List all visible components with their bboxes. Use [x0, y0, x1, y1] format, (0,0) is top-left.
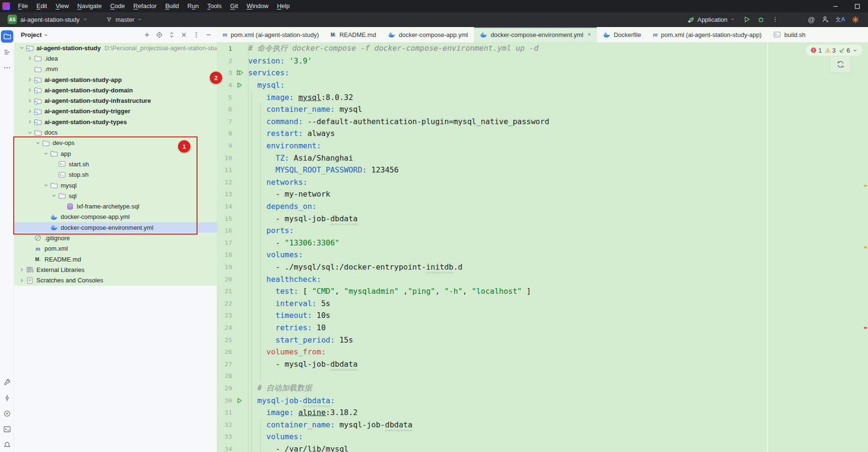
tab-build-sh[interactable]: build.sh: [768, 27, 812, 42]
tree-item-docker-compose-environment-yml[interactable]: docker-compose-environment.yml: [14, 222, 217, 233]
tree-item-stop-sh[interactable]: stop.sh: [14, 170, 217, 180]
menu-tools[interactable]: Tools: [203, 0, 226, 12]
run-service-icon[interactable]: [236, 81, 248, 89]
code-line-4[interactable]: 4 mysql:: [217, 79, 868, 91]
chevron-down-icon[interactable]: [34, 140, 42, 146]
menu-file[interactable]: File: [14, 0, 32, 12]
menu-view[interactable]: View: [51, 0, 73, 12]
translate-button[interactable]: 文A: [833, 13, 847, 26]
run-service-icon[interactable]: [236, 397, 248, 404]
locate-button[interactable]: [153, 29, 165, 41]
project-tool-button[interactable]: [1, 30, 13, 43]
code-line-32[interactable]: 32 container_name: mysql-job-dbdata: [217, 419, 868, 431]
code-line-34[interactable]: 34 - /var/lib/mysql: [217, 443, 868, 452]
tree-item-ai-agent-station-study-types[interactable]: ai-agent-station-study-types: [14, 117, 217, 127]
tab-readme-md[interactable]: M↓README.md: [325, 27, 383, 42]
chevron-down-icon[interactable]: [42, 151, 50, 156]
tree-item-ai-agent-station-study-trigger[interactable]: ai-agent-station-study-trigger: [14, 106, 217, 117]
notifications-tool-button[interactable]: [1, 439, 13, 451]
menu-refactor[interactable]: Refactor: [129, 0, 161, 12]
reload-file-button[interactable]: [830, 56, 851, 73]
tree-item--gitignore[interactable]: .gitignore: [14, 233, 217, 243]
chevron-down-icon[interactable]: [18, 45, 26, 51]
project-panel-title[interactable]: Project: [21, 31, 48, 38]
hide-button[interactable]: [203, 29, 214, 41]
tree-item--idea[interactable]: .idea: [14, 53, 217, 63]
tree-item-ai-agent-station-study-infrastructure[interactable]: ai-agent-station-study-infrastructure: [14, 95, 217, 106]
tree-item-pom-xml[interactable]: mpom.xml: [14, 244, 217, 254]
menu-edit[interactable]: Edit: [32, 0, 51, 12]
code-line-5[interactable]: 5 image: mysql:8.0.32: [217, 91, 868, 103]
code-line-13[interactable]: 13 - my-network: [217, 188, 868, 200]
code-line-19[interactable]: 19 - ./mysql/sql:/docker-entrypoint-init…: [217, 261, 868, 273]
code-line-24[interactable]: 24 retries: 10: [217, 322, 868, 334]
tree-item-mysql[interactable]: mysql: [14, 180, 217, 190]
code-line-9[interactable]: 9 environment:: [217, 140, 868, 152]
git-branch-selector[interactable]: master: [103, 15, 146, 25]
chevron-down-icon[interactable]: [50, 193, 58, 199]
code-line-11[interactable]: 11 MYSQL_ROOT_PASSWORD: 123456: [217, 164, 868, 176]
tree-item-lxf-frame-archetype-sql[interactable]: lxf-frame-archetype.sql: [14, 201, 217, 211]
code-line-23[interactable]: 23 timeout: 10s: [217, 309, 868, 322]
chevron-right-icon[interactable]: [26, 119, 34, 125]
structure-tool-button[interactable]: [1, 46, 13, 58]
tab-pom-xml-ai-agent-station-study-app-[interactable]: mpom.xml (ai-agent-station-study-app): [647, 27, 768, 42]
code-line-22[interactable]: 22 interval: 5s: [217, 298, 868, 310]
plugin-button[interactable]: [849, 13, 861, 26]
add-user-button[interactable]: [819, 13, 832, 26]
tree-item-ai-agent-station-study-domain[interactable]: ai-agent-station-study-domain: [14, 85, 217, 95]
tree-item-docker-compose-app-yml[interactable]: docker-compose-app.yml: [14, 212, 217, 222]
maximize-button[interactable]: [846, 0, 868, 12]
code-line-14[interactable]: 14 depends_on:: [217, 200, 868, 213]
tree-item-dev-ops[interactable]: dev-ops: [14, 138, 217, 148]
code-line-33[interactable]: 33 volumes:: [217, 431, 868, 443]
terminal-tool-button[interactable]: [1, 423, 13, 435]
expand-collapse-button[interactable]: [166, 29, 177, 41]
editor-content[interactable]: 1# 命令执行 docker-compose -f docker-compose…: [217, 43, 868, 452]
code-line-18[interactable]: 18 volumes:: [217, 249, 868, 261]
code-line-25[interactable]: 25 start_period: 15s: [217, 334, 868, 346]
menu-run[interactable]: Run: [183, 0, 203, 12]
tree-item-start-sh[interactable]: start.sh: [14, 159, 217, 169]
chevron-right-icon[interactable]: [26, 55, 34, 61]
tree-item-ai-agent-station-study-app[interactable]: ai-agent-station-study-app: [14, 74, 217, 85]
code-line-1[interactable]: 1# 命令执行 docker-compose -f docker-compose…: [217, 43, 868, 55]
tab-dockerfile[interactable]: Dockerfile: [597, 27, 647, 42]
run-configuration-selector[interactable]: Application: [684, 13, 739, 26]
more-actions-button[interactable]: [769, 13, 781, 26]
code-line-3[interactable]: 3services:: [217, 67, 868, 79]
code-line-10[interactable]: 10 TZ: Asia/Shanghai: [217, 152, 868, 164]
more-tool-windows-button[interactable]: [1, 62, 13, 74]
code-line-20[interactable]: 20 healthcheck:: [217, 273, 868, 285]
chevron-right-icon[interactable]: [26, 108, 34, 114]
code-line-6[interactable]: 6 container_name: mysql: [217, 103, 868, 116]
menu-code[interactable]: Code: [106, 0, 129, 12]
menu-navigate[interactable]: Navigate: [73, 0, 106, 12]
code-line-29[interactable]: 29 # 自动加载数据: [217, 382, 868, 395]
tree-item--mvn[interactable]: .mvn: [14, 64, 217, 74]
run-all-services-icon[interactable]: [236, 69, 248, 76]
code-line-16[interactable]: 16 ports:: [217, 225, 868, 237]
chevron-right-icon[interactable]: [26, 98, 34, 104]
code-line-30[interactable]: 30 mysql-job-dbdata:: [217, 394, 868, 407]
menu-window[interactable]: Window: [242, 0, 273, 12]
code-line-21[interactable]: 21 test: [ "CMD", "mysqladmin" ,"ping", …: [217, 285, 868, 298]
code-line-26[interactable]: 26 volumes_from:: [217, 346, 868, 358]
chevron-down-icon[interactable]: [42, 182, 50, 188]
code-line-27[interactable]: 27 - mysql-job-dbdata: [217, 358, 868, 371]
chevron-right-icon[interactable]: [18, 278, 26, 283]
options-button[interactable]: [190, 29, 202, 41]
chevron-right-icon[interactable]: [18, 267, 26, 272]
plus-button[interactable]: [141, 29, 152, 41]
menu-build[interactable]: Build: [161, 0, 183, 12]
tree-item-scratches-and-consoles[interactable]: Scratches and Consoles: [14, 275, 217, 286]
tree-item-app[interactable]: app: [14, 148, 217, 159]
minimize-button[interactable]: [824, 0, 846, 12]
code-line-7[interactable]: 7 command: --default-authentication-plug…: [217, 116, 868, 128]
code-line-28[interactable]: 28: [217, 370, 868, 382]
code-line-2[interactable]: 2version: '3.9': [217, 55, 868, 67]
code-line-15[interactable]: 15 - mysql-job-dbdata: [217, 212, 868, 225]
inspections-widget[interactable]: 1 3 6: [805, 45, 862, 56]
chevron-down-icon[interactable]: [26, 130, 34, 136]
menu-help[interactable]: Help: [273, 0, 294, 12]
